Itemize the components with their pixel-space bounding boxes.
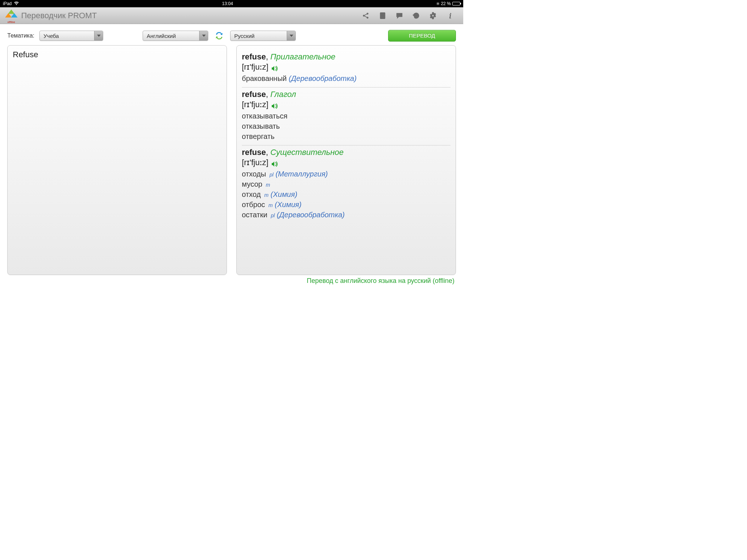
panels: Refuse refuse, Прилагательное[rɪ'fjuːz] … xyxy=(0,45,463,275)
entry-word: refuse xyxy=(242,52,266,61)
chevron-down-icon xyxy=(94,31,103,40)
svg-point-0 xyxy=(363,15,364,16)
wifi-icon xyxy=(14,1,19,7)
topic-value: Учеба xyxy=(40,33,94,39)
entry-head: refuse, Существительное xyxy=(242,148,450,157)
chevron-down-icon xyxy=(287,31,295,40)
battery-text: 22 % xyxy=(441,1,451,6)
dictionary-entry: refuse, Глагол[rɪ'fjuːz] отказыватьсяотк… xyxy=(242,88,450,145)
svg-point-5 xyxy=(399,15,400,15)
swap-languages-button[interactable] xyxy=(213,30,225,42)
app-header: offline Переводчик PROMT i xyxy=(0,7,463,24)
meaning-text: бракованный xyxy=(242,74,287,82)
controls-row: Тематика: Учеба Английский Русский ПЕРЕВ… xyxy=(0,24,463,45)
meaning: отход m (Химия) xyxy=(242,189,450,199)
meaning: отказывать xyxy=(242,121,450,131)
domain-tag: (Химия) xyxy=(271,190,297,198)
meaning: отброс m (Химия) xyxy=(242,199,450,210)
entry-part-of-speech: Существительное xyxy=(270,148,344,157)
domain-tag: (Деревообработка) xyxy=(277,211,345,219)
input-text[interactable]: Refuse xyxy=(13,50,221,59)
ipa: [rɪ'fjuːz] xyxy=(242,158,268,167)
device-label: iPad xyxy=(3,1,12,6)
speaker-icon[interactable] xyxy=(271,102,278,108)
info-button[interactable]: i xyxy=(441,10,458,22)
domain-tag: (Деревообработка) xyxy=(289,74,357,82)
domain-tag: (Металлургия) xyxy=(275,170,328,178)
meaning: отвергать xyxy=(242,131,450,141)
logo-badge: offline xyxy=(5,21,18,23)
dictionary-entry: refuse, Существительное[rɪ'fjuːz] отходы… xyxy=(242,145,450,223)
entry-head: refuse, Глагол xyxy=(242,90,450,99)
battery-icon xyxy=(452,2,460,5)
entry-part-of-speech: Прилагательное xyxy=(270,52,335,61)
svg-point-7 xyxy=(432,15,434,17)
domain-tag: (Химия) xyxy=(275,201,301,209)
app-logo: offline xyxy=(5,9,18,22)
meaning-text: остатки xyxy=(242,211,267,219)
entry-part-of-speech: Глагол xyxy=(270,90,296,99)
topic-dropdown[interactable]: Учеба xyxy=(39,31,103,41)
grammar-tag: m xyxy=(266,182,270,188)
settings-button[interactable] xyxy=(425,10,441,22)
source-language-dropdown[interactable]: Английский xyxy=(143,31,208,41)
svg-point-6 xyxy=(400,15,401,15)
meaning: остатки pl (Деревообработка) xyxy=(242,210,450,220)
entry-word: refuse xyxy=(242,148,266,157)
target-language-dropdown[interactable]: Русский xyxy=(230,31,296,41)
chat-button[interactable] xyxy=(391,10,408,22)
grammar-tag: pl xyxy=(270,172,274,178)
status-bar: iPad 13:04 22 % xyxy=(0,0,463,7)
add-document-button[interactable] xyxy=(374,10,391,22)
svg-point-4 xyxy=(398,15,399,15)
entry-word: refuse xyxy=(242,90,266,99)
meaning-text: отброс xyxy=(242,201,265,209)
share-button[interactable] xyxy=(357,10,374,22)
bluetooth-icon xyxy=(436,1,440,6)
entry-pronunciation: [rɪ'fjuːz] xyxy=(242,158,450,167)
meaning-text: отказываться xyxy=(242,112,287,120)
speaker-icon[interactable] xyxy=(271,160,278,166)
topic-label: Тематика: xyxy=(7,32,34,39)
results-panel: refuse, Прилагательное[rɪ'fjuːz] бракова… xyxy=(236,45,456,275)
grammar-tag: m xyxy=(264,192,269,198)
chevron-down-icon xyxy=(199,31,208,40)
entry-pronunciation: [rɪ'fjuːz] xyxy=(242,62,450,72)
source-language-value: Английский xyxy=(143,33,199,39)
input-panel[interactable]: Refuse xyxy=(7,45,227,275)
speaker-icon[interactable] xyxy=(271,64,278,70)
app-title: Переводчик PROMT xyxy=(21,11,97,20)
meaning: отходы pl (Металлургия) xyxy=(242,169,450,179)
svg-point-2 xyxy=(367,17,368,18)
grammar-tag: pl xyxy=(271,213,275,218)
dictionary-entry: refuse, Прилагательное[rɪ'fjuːz] бракова… xyxy=(242,50,450,88)
meaning: бракованный (Деревообработка) xyxy=(242,73,450,83)
meaning-text: отход xyxy=(242,190,261,198)
meaning-text: отвергать xyxy=(242,132,275,140)
meaning-text: отказывать xyxy=(242,122,280,130)
meaning: отказываться xyxy=(242,111,450,121)
entry-head: refuse, Прилагательное xyxy=(242,52,450,62)
clock: 13:04 xyxy=(19,1,436,6)
ipa: [rɪ'fjuːz] xyxy=(242,62,268,72)
svg-text:i: i xyxy=(449,12,451,20)
history-button[interactable] xyxy=(408,10,425,22)
meaning-text: отходы xyxy=(242,170,266,178)
ipa: [rɪ'fjuːz] xyxy=(242,100,268,109)
meaning: мусор m xyxy=(242,179,450,189)
translate-button[interactable]: ПЕРЕВОД xyxy=(388,30,456,42)
entry-pronunciation: [rɪ'fjuːz] xyxy=(242,100,450,109)
grammar-tag: m xyxy=(268,202,273,208)
translation-note: Перевод с английского языка на русский (… xyxy=(0,275,463,287)
meaning-text: мусор xyxy=(242,180,262,188)
svg-point-1 xyxy=(367,13,368,14)
target-language-value: Русский xyxy=(231,33,287,39)
